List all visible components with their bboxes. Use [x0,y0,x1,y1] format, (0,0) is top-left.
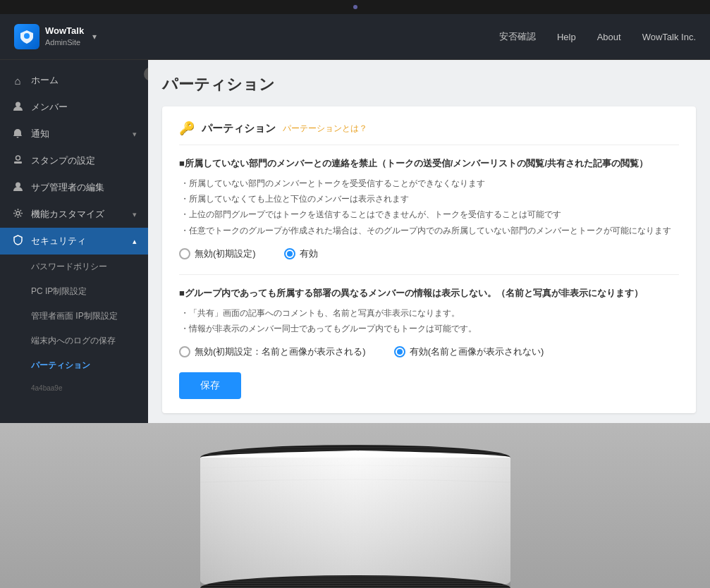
section-2-radio-group: 無効(初期設定：名前と画像が表示される) 有効(名前と画像が表示されない) [179,345,679,358]
nav-safety[interactable]: 安否確認 [499,30,536,43]
stamp-icon [11,154,24,167]
header: WowTalk AdminSite ▾ 安否確認 Help About WowT… [0,14,710,60]
customize-icon [11,208,24,221]
top-bar [0,0,710,14]
radio-circle-checked [394,346,405,357]
svg-point-2 [16,156,20,160]
sidebar-item-label: ホーム [31,74,59,87]
nav-company[interactable]: WowTalk Inc. [642,32,696,42]
sidebar-sub-item-partition[interactable]: パーティション [0,353,148,378]
notification-icon [11,128,24,140]
bottom-area [0,423,710,588]
sidebar-item-member[interactable]: メンバー [0,94,148,121]
section-2: ■グループ内であっても所属する部署の異なるメンバーの情報は表示しない。（名前と写… [179,286,679,358]
radio-circle-checked [284,248,295,259]
svg-rect-3 [14,161,22,164]
section-2-title: ■グループ内であっても所属する部署の異なるメンバーの情報は表示しない。（名前と写… [179,286,679,300]
radio-circle [179,346,190,357]
sidebar-item-label: セキュリティ [31,235,86,247]
section-1: ■所属していない部門のメンバーとの連絡を禁止（トークの送受信/メンバーリストの閲… [179,157,679,260]
sidebar-item-label: 通知 [31,128,49,140]
sidebar-sub-item-password[interactable]: パスワードポリシー [0,255,148,279]
radio-circle [179,248,190,259]
sidebar-item-security[interactable]: セキュリティ ▴ [0,228,148,255]
sidebar-item-label: スタンプの設定 [31,154,95,167]
security-icon [11,235,24,247]
sidebar-item-sub-admin[interactable]: サブ管理者の編集 [0,174,148,201]
sidebar-item-notification[interactable]: 通知 ▾ [0,121,148,147]
main-card: 🔑 パーティション パーテーションとは？ ■所属していない部門のメンバーとの連絡… [162,106,696,413]
main-area: ‹ ⌂ ホーム メンバー 通知 ▾ [0,60,710,423]
section-1-title: ■所属していない部門のメンバーとの連絡を禁止（トークの送受信/メンバーリストの閲… [179,157,679,171]
sidebar-sub-item-pc-ip[interactable]: PC IP制限設定 [0,279,148,304]
radio-1-enabled[interactable]: 有効 [284,247,318,260]
section-2-desc: ・「共有」画面の記事へのコメントも、名前と写真が非表示になります。 ・情報が非表… [179,306,679,336]
sidebar-security-submenu: パスワードポリシー PC IP制限設定 管理者画面 IP制限設定 端末内へのログ… [0,255,148,378]
radio-1-disabled[interactable]: 無効(初期設定) [179,247,256,260]
sidebar-sub-item-log-save[interactable]: 端末内へのログの保存 [0,329,148,353]
logo-text: WowTalk AdminSite [45,25,84,47]
save-button[interactable]: 保存 [179,372,241,399]
section-divider [179,274,679,275]
header-nav: 安否確認 Help About WowTalk Inc. [499,30,696,43]
sidebar: ‹ ⌂ ホーム メンバー 通知 ▾ [0,60,148,423]
sidebar-item-home[interactable]: ⌂ ホーム [0,67,148,94]
sidebar-item-label: 機能カスタマイズ [31,208,104,221]
chevron-icon: ▾ [133,130,137,139]
card-header-title: パーティション [202,122,276,135]
svg-point-5 [16,212,20,215]
save-button-area: 保存 [179,372,679,399]
svg-point-1 [16,102,20,107]
card-header-icon: 🔑 [179,121,195,136]
content-area: パーティション 🔑 パーティション パーテーションとは？ ■所属していない部門の… [148,60,710,423]
logo-chevron-icon[interactable]: ▾ [92,32,97,42]
sidebar-item-customize[interactable]: 機能カスタマイズ ▾ [0,201,148,228]
app-window: WowTalk AdminSite ▾ 安否確認 Help About WowT… [0,14,710,423]
sub-admin-icon [11,181,24,194]
svg-rect-10 [200,458,510,588]
radio-2-enabled[interactable]: 有効(名前と画像が表示されない) [394,345,544,358]
logo-icon [14,24,39,49]
card-header: 🔑 パーティション パーテーションとは？ [179,121,679,145]
home-icon: ⌂ [11,75,24,87]
svg-point-0 [24,33,30,39]
chevron-icon: ▾ [133,210,137,219]
logo-area[interactable]: WowTalk AdminSite ▾ [14,24,97,49]
top-bar-dot [353,5,357,9]
sidebar-item-stamp[interactable]: スタンプの設定 [0,147,148,174]
card-header-link[interactable]: パーテーションとは？ [283,123,367,135]
svg-point-4 [16,183,20,188]
sidebar-more-item[interactable]: 4a4baa9e [0,378,148,398]
sidebar-item-label: サブ管理者の編集 [31,181,104,194]
member-icon [11,101,24,114]
paper-curl-decoration [179,440,532,588]
nav-about[interactable]: About [597,32,621,42]
radio-2-disabled[interactable]: 無効(初期設定：名前と画像が表示される) [179,345,366,358]
page-title: パーティション [162,74,696,95]
sidebar-item-label: メンバー [31,101,68,114]
sidebar-sub-item-admin-ip[interactable]: 管理者画面 IP制限設定 [0,304,148,329]
nav-help[interactable]: Help [557,32,576,42]
section-1-radio-group: 無効(初期設定) 有効 [179,247,679,260]
chevron-up-icon: ▴ [133,237,137,246]
section-1-desc: ・所属していない部門のメンバーとトークを受受信することができなくなります ・所属… [179,176,679,238]
